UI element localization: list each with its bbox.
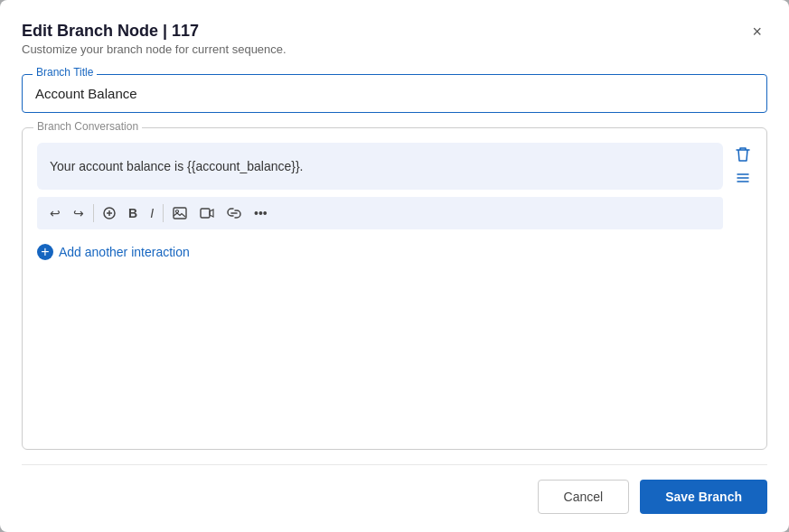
more-button[interactable]: ••• [249, 202, 273, 224]
modal-footer: Cancel Save Branch [22, 464, 767, 532]
item-actions [734, 143, 752, 186]
svg-rect-5 [201, 209, 210, 218]
video-button[interactable] [194, 202, 220, 224]
save-branch-button[interactable]: Save Branch [640, 480, 767, 514]
message-text: Your account balance is {{account_balanc… [50, 157, 304, 176]
svg-rect-3 [174, 208, 186, 219]
message-editor: Your account balance is {{account_balanc… [37, 143, 723, 229]
redo-button[interactable]: ↪ [68, 202, 89, 224]
message-box[interactable]: Your account balance is {{account_balanc… [37, 143, 723, 190]
modal-title: Edit Branch Node | 117 [22, 22, 286, 41]
conversation-item: Your account balance is {{account_balanc… [37, 143, 752, 229]
variable-button[interactable] [98, 202, 121, 224]
branch-conversation-label: Branch Conversation [33, 120, 142, 133]
cancel-button[interactable]: Cancel [538, 480, 630, 514]
link-button[interactable] [221, 202, 247, 224]
branch-title-label: Branch Title [33, 66, 97, 79]
modal-title-group: Edit Branch Node | 117 Customize your br… [22, 22, 286, 70]
modal-header: Edit Branch Node | 117 Customize your br… [22, 22, 767, 70]
close-button[interactable]: × [747, 22, 767, 42]
add-interaction-label: Add another interaction [59, 245, 190, 259]
add-circle-icon: + [37, 244, 53, 260]
toolbar-divider-1 [93, 204, 94, 222]
bold-button[interactable]: B [123, 202, 143, 224]
branch-title-input[interactable] [22, 74, 767, 113]
branch-conversation-section: Branch Conversation Your account balance… [22, 127, 767, 450]
reorder-interaction-button[interactable] [734, 170, 752, 186]
branch-title-field: Branch Title [22, 74, 767, 113]
modal-subtitle: Customize your branch node for current s… [22, 42, 286, 56]
add-interaction-button[interactable]: + Add another interaction [37, 237, 190, 264]
undo-button[interactable]: ↩ [44, 202, 66, 224]
editor-toolbar: ↩ ↪ B I [37, 197, 723, 229]
modal-overlay: Edit Branch Node | 117 Customize your br… [0, 0, 789, 532]
italic-button[interactable]: I [145, 202, 159, 224]
delete-interaction-button[interactable] [734, 145, 752, 164]
edit-branch-modal: Edit Branch Node | 117 Customize your br… [0, 0, 789, 532]
svg-point-4 [176, 210, 179, 213]
image-button[interactable] [167, 202, 193, 224]
toolbar-divider-2 [163, 204, 164, 222]
